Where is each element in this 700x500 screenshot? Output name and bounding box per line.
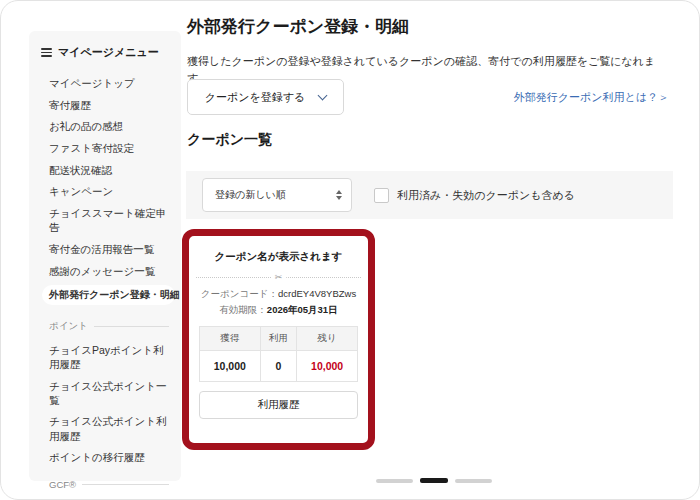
coupon-code-line: クーポンコード：dcrdEY4V8YBZws (199, 288, 358, 301)
sidebar-item-external-coupon-active[interactable]: 外部発行クーポン登録・明細 (42, 285, 175, 305)
sidebar-item-gift-reviews[interactable]: お礼の品の感想 (49, 119, 169, 133)
sidebar-item-delivery-status[interactable]: 配送状況確認 (49, 163, 169, 177)
value-acquired: 10,000 (200, 351, 261, 382)
register-coupon-label: クーポンを登録する (205, 90, 306, 105)
sidebar-item-choicepay-history[interactable]: チョイスPayポイント利用履歴 (49, 343, 169, 371)
sidebar: マイページメニュー マイページトップ 寄付履歴 お礼の品の感想 ファスト寄付設定… (29, 31, 181, 481)
filter-checkbox-label: 利用済み・失効のクーポンも含める (397, 188, 575, 203)
sidebar-item-donation-history[interactable]: 寄付履歴 (49, 98, 169, 112)
header-remaining: 残り (297, 327, 358, 351)
coupon-code-label: クーポンコード： (201, 288, 278, 299)
sidebar-header: マイページメニュー (41, 45, 169, 60)
usage-history-button[interactable]: 利用履歴 (199, 391, 358, 419)
coupon-name: クーポン名が表示されます (199, 250, 358, 264)
coupon-card-highlight-annotation: クーポン名が表示されます ✂ クーポンコード：dcrdEY4V8YBZws 有効… (182, 229, 375, 450)
arrow-up-icon (336, 190, 342, 194)
sort-select-value: 登録の新しい順 (215, 188, 286, 202)
coupon-code-value: dcrdEY4V8YBZws (278, 288, 356, 299)
sidebar-title: マイページメニュー (58, 45, 159, 60)
page-title: 外部発行クーポン登録・明細 (187, 15, 409, 38)
coupon-expiry-value: 2026年05月31日 (267, 304, 338, 315)
sidebar-list: マイページトップ 寄付履歴 お礼の品の感想 ファスト寄付設定 配送状況確認 キャ… (49, 76, 169, 500)
table-header-row: 獲得 利用 残り (200, 327, 358, 351)
external-coupon-help-link[interactable]: 外部発行クーポン利用とは？＞ (514, 90, 669, 105)
gcf-section-label: GCF® (49, 479, 76, 490)
filter-bar: 登録の新しい順 利用済み・失効のクーポンも含める (186, 171, 673, 219)
sidebar-item-points-transfer[interactable]: ポイントの移行履歴 (49, 450, 169, 464)
section-divider (94, 326, 169, 327)
register-coupon-button[interactable]: クーポンを登録する (187, 79, 344, 115)
value-remaining: 10,000 (297, 351, 358, 382)
sidebar-item-campaign[interactable]: キャンペーン (49, 184, 169, 198)
pagination-bar-3[interactable] (455, 479, 492, 483)
points-section-label: ポイント (49, 320, 88, 333)
header-acquired: 獲得 (200, 327, 261, 351)
sort-arrows-icon (336, 190, 342, 200)
pagination-bar-2-active[interactable] (420, 478, 448, 483)
coupon-balance-table: 獲得 利用 残り 10,000 0 10,000 (199, 326, 358, 382)
value-used: 0 (260, 351, 297, 382)
sidebar-item-thanks-messages[interactable]: 感謝のメッセージ一覧 (49, 264, 169, 278)
sort-select[interactable]: 登録の新しい順 (202, 178, 352, 212)
filter-checkbox[interactable] (374, 188, 389, 203)
sidebar-item-official-points-list[interactable]: チョイス公式ポイント一覧 (49, 379, 169, 407)
table-value-row: 10,000 0 10,000 (200, 351, 358, 382)
pagination-bar-1[interactable] (376, 479, 413, 483)
pagination (376, 478, 492, 483)
include-expired-checkbox-group[interactable]: 利用済み・失効のクーポンも含める (374, 188, 575, 203)
sidebar-section-gcf: GCF® (49, 479, 169, 490)
section-divider (82, 484, 169, 485)
header-used: 利用 (260, 327, 297, 351)
sidebar-item-fast-donation[interactable]: ファスト寄付設定 (49, 141, 169, 155)
menu-icon (41, 48, 52, 57)
coupon-expiry-label: 有効期限： (219, 304, 267, 315)
sidebar-item-mypage-top[interactable]: マイページトップ (49, 76, 169, 90)
sidebar-item-smart-tax-return[interactable]: チョイススマート確定申告 (49, 206, 169, 234)
coupon-cut-line: ✂ (196, 277, 361, 278)
page-card: マイページメニュー マイページトップ 寄付履歴 お礼の品の感想 ファスト寄付設定… (0, 0, 700, 500)
arrow-down-icon (336, 196, 342, 200)
scissors-icon: ✂ (271, 273, 287, 282)
sidebar-item-official-points-history[interactable]: チョイス公式ポイント利用履歴 (49, 414, 169, 442)
sidebar-section-points: ポイント (49, 320, 169, 333)
coupon-list-title: クーポン一覧 (187, 131, 272, 149)
sidebar-item-usage-reports[interactable]: 寄付金の活用報告一覧 (49, 242, 169, 256)
chevron-down-icon (318, 90, 328, 100)
coupon-expiry-line: 有効期限：2026年05月31日 (199, 304, 358, 317)
